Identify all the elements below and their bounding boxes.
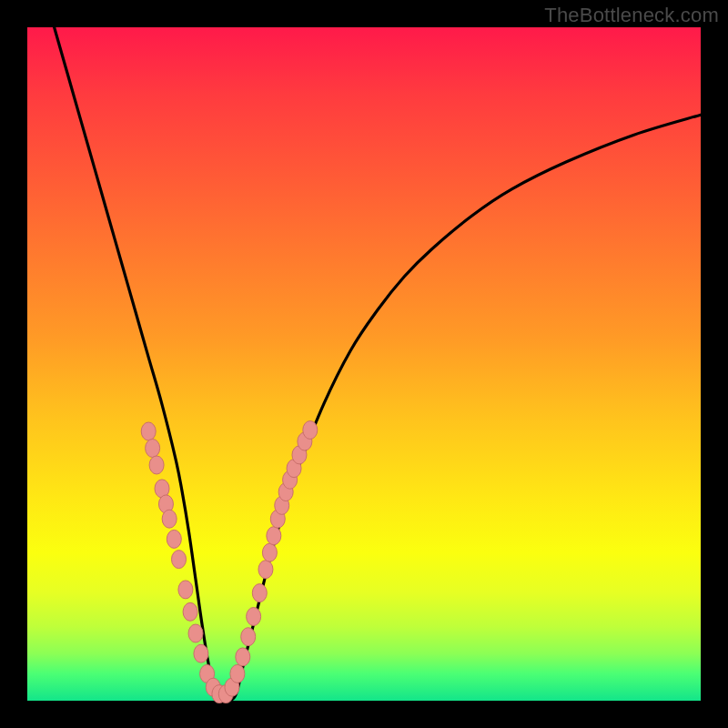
data-marker (146, 440, 160, 458)
data-marker (172, 551, 187, 569)
data-marker (241, 628, 256, 646)
data-marker (149, 456, 164, 474)
data-marker (141, 422, 156, 440)
chart-stage: TheBottleneck.com (0, 0, 728, 728)
data-marker (262, 543, 277, 561)
data-marker (162, 510, 177, 528)
data-marker (267, 527, 281, 545)
data-marker (178, 581, 193, 599)
chart-svg (27, 27, 701, 701)
bottleneck-curve (55, 27, 701, 702)
data-marker (194, 644, 208, 662)
data-marker (236, 648, 250, 666)
data-marker (183, 602, 197, 621)
data-marker (303, 421, 318, 440)
data-marker (230, 664, 245, 682)
data-markers (141, 421, 318, 703)
data-marker (188, 624, 203, 642)
watermark-text: TheBottleneck.com (544, 4, 719, 27)
data-marker (252, 584, 267, 602)
data-marker (247, 608, 261, 626)
plot-area (27, 27, 701, 701)
data-marker (258, 561, 273, 579)
data-marker (167, 530, 181, 548)
